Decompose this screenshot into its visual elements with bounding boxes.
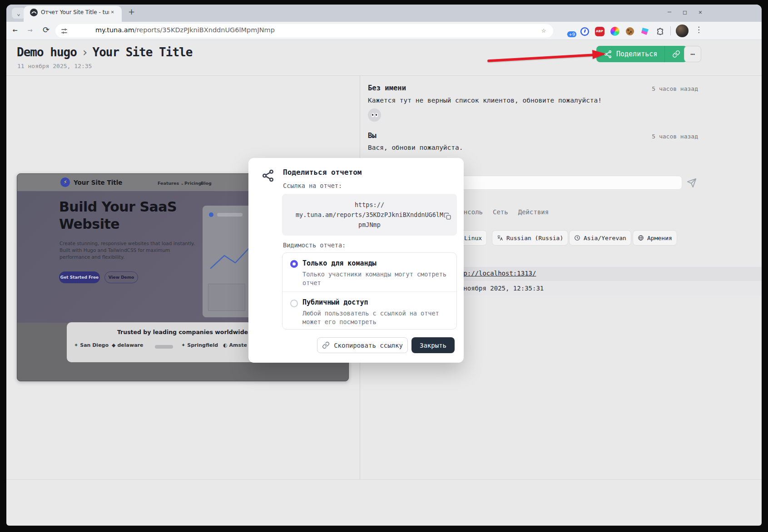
copy-link-modal-button[interactable]: Скопировать ссылку (317, 337, 408, 353)
abp-icon: ABP (595, 27, 604, 36)
breadcrumb-current: Your Site Title (93, 45, 193, 59)
new-tab-button[interactable]: + (128, 7, 135, 16)
preview-hero-description: Create stunning, responsive websites tha… (59, 240, 196, 261)
report-date: 11 ноября 2025, 12:35 (17, 63, 92, 69)
modal-title: Поделиться отчетом (283, 168, 362, 177)
cookie-extension-icon[interactable] (624, 25, 636, 37)
annotation-arrow (481, 45, 617, 70)
preview-cta-secondary: View Demo (104, 271, 138, 283)
colorwheel-extension-icon[interactable] (609, 25, 621, 37)
dashboard-dot (209, 212, 213, 217)
forward-button[interactable]: → (28, 25, 33, 34)
company-logo: ✦Springfield (181, 342, 218, 348)
logo-mark-icon: ◐ (223, 342, 228, 348)
breadcrumb-separator-icon: › (77, 45, 93, 59)
comment-time: 5 часов назад (607, 133, 698, 140)
link-icon (322, 341, 330, 349)
send-icon (687, 178, 697, 188)
translate-icon (497, 235, 503, 241)
chevron-down-icon: ⌄ (17, 10, 20, 17)
report-url-box[interactable]: https:// my.tuna.am/reports/35KDzPJkniBX… (282, 194, 457, 236)
eyes-emoji-reaction[interactable] (368, 108, 381, 122)
flag-icon (641, 28, 649, 35)
toolbar-separator (670, 26, 671, 35)
back-button[interactable]: ← (13, 25, 18, 34)
visibility-label: Видимость отчета: (283, 241, 346, 249)
comment-text: Кажется тут не верный список клиентов, о… (368, 97, 602, 104)
tab-favicon (30, 9, 38, 16)
breadcrumb-parent[interactable]: Demo hugo (17, 45, 77, 59)
url-text[interactable]: my.tuna.am/reports/35KDzPJkniBXnddnUG6lM… (95, 26, 275, 34)
radio-selected-icon[interactable] (290, 260, 298, 268)
browser-menu-icon[interactable]: ⋮ (695, 25, 703, 34)
badge-language: Russian (Russia) (492, 230, 568, 246)
more-icon: ⋯ (690, 49, 695, 59)
nav-chevron-icon: ⌄ (180, 181, 184, 186)
comment-text: Вася, обнови пожалуйста. (368, 144, 463, 151)
company-logo-blur (155, 345, 173, 349)
dashboard-bar (217, 213, 243, 217)
more-actions-button[interactable]: ⋯ (684, 46, 701, 62)
share-button-label: Поделиться (616, 50, 657, 58)
visibility-options: Только для команды Только участники кома… (282, 252, 457, 330)
details-tabs: Консоль Сеть Действия (456, 208, 549, 216)
option-public[interactable]: Публичный доступ Любой пользователь с сс… (282, 291, 456, 333)
design-extension-icon[interactable] (639, 25, 651, 37)
option-title: Публичный доступ (302, 298, 449, 306)
link-icon (672, 50, 680, 58)
copy-link-label: Скопировать ссылку (334, 342, 403, 349)
localhost-link[interactable]: http://localhost:1313/ (452, 270, 536, 277)
screenshot-root: ⌄ Отчет Your Site Title - tuna ✕ + ─ □ ✕… (0, 0, 768, 532)
report-url-line: pmJNmp (282, 220, 457, 230)
eyes-emoji (372, 113, 374, 117)
send-comment-button[interactable] (687, 178, 697, 188)
window-minimize-button[interactable]: ─ (664, 9, 675, 15)
preview-nav-features: Features ⌄ (158, 181, 184, 186)
profile-avatar[interactable] (676, 25, 689, 37)
preview-cta-primary: Get Started Free (59, 271, 100, 283)
copy-icon (444, 212, 451, 220)
option-team-only[interactable]: Только для команды Только участники кома… (282, 253, 456, 294)
bolt-icon: ⚡ (64, 179, 67, 185)
url-path: /reports/35KDzPJkniBXnddnUG6lMpmJNmp (134, 26, 275, 34)
tab-close-icon[interactable]: ✕ (111, 9, 114, 15)
logo-mark-icon: ✦ (181, 342, 185, 348)
globe-icon (638, 235, 644, 241)
radio-unselected-icon[interactable] (290, 300, 298, 307)
reload-button[interactable]: ⟳ (43, 25, 50, 34)
header-divider (6, 75, 762, 76)
window-maximize-button[interactable]: □ (679, 9, 690, 15)
preview-hero-heading: Build Your SaaSWebsite (59, 198, 177, 233)
share-modal: Поделиться отчетом Ссылка на отчет: http… (248, 158, 464, 363)
color-wheel-icon (610, 27, 619, 36)
tab-title: Отчет Your Site Title - tuna (41, 9, 109, 15)
page-title: Demo hugo›Your Site Title (17, 45, 192, 59)
comment-time: 5 часов назад (607, 85, 698, 92)
password-extension-icon[interactable] (579, 25, 590, 37)
logo-mark-icon: ✶ (74, 342, 78, 348)
report-datetime: 11 ноября 2025, 12:35:31 (452, 285, 544, 292)
adblock-extension-icon[interactable]: ABP (594, 25, 605, 37)
preview-nav-pricing: Pricing (184, 181, 201, 186)
cookie-icon (626, 27, 634, 35)
site-info-icon[interactable] (60, 27, 68, 35)
share-icon (261, 169, 275, 182)
preview-site-title: Your Site Title (74, 179, 123, 186)
comment-author: Без имени (368, 84, 406, 92)
option-description: Любой пользователь с ссылкой на отчет мо… (302, 309, 448, 326)
bookmark-star-icon[interactable]: ☆ (541, 25, 546, 34)
report-url-line: my.tuna.am/reports/35KDzPJkniBXnddnUG6lM (282, 210, 457, 220)
extensions-puzzle-icon[interactable] (654, 25, 666, 37)
content-bottom-divider (6, 479, 762, 480)
weather-extension-icon[interactable]: ☁ +9 (563, 25, 575, 37)
copy-url-button[interactable] (444, 212, 451, 220)
company-logo: ◐Amste (223, 342, 247, 348)
report-link-label: Ссылка на отчет: (283, 182, 342, 189)
option-title: Только для команды (302, 259, 449, 267)
tab-network[interactable]: Сеть (493, 208, 508, 216)
preview-nav-blog: Blog (201, 181, 212, 186)
window-close-button[interactable]: ✕ (695, 9, 706, 15)
tab-actions[interactable]: Действия (518, 208, 549, 216)
close-modal-button[interactable]: Закрыть (411, 337, 455, 353)
url-domain: my.tuna.am (95, 26, 134, 34)
